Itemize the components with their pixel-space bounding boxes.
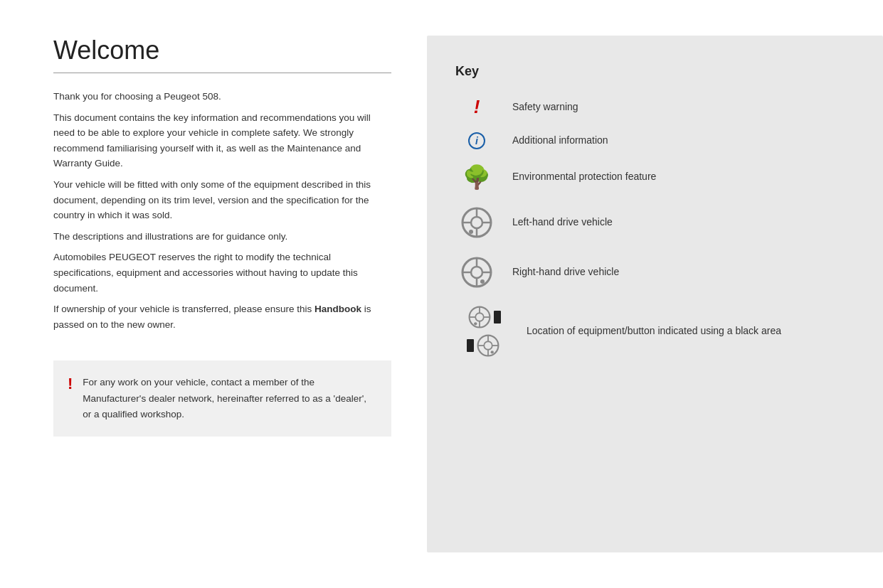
warning-exclamation-icon: !: [68, 376, 73, 392]
svg-point-8: [471, 267, 482, 278]
key-label-location: Location of equipment/button indicated u…: [527, 324, 781, 338]
welcome-text: Thank you for choosing a Peugeot 508. Th…: [53, 89, 391, 332]
key-icon-location: [455, 304, 512, 358]
tree-icon: 🌳: [462, 164, 491, 191]
welcome-para-1: Thank you for choosing a Peugeot 508.: [53, 89, 391, 105]
svg-point-22: [484, 341, 492, 350]
svg-point-1: [471, 217, 482, 228]
key-icon-rhd: [455, 255, 498, 290]
handbook-bold: Handbook: [314, 304, 361, 314]
info-icon: i: [468, 132, 485, 149]
svg-point-15: [475, 313, 484, 321]
welcome-para-5: Automobiles PEUGEOT reserves the right t…: [53, 250, 391, 296]
black-rect-bottom: [467, 339, 474, 352]
key-label-rhd: Right-hand drive vehicle: [512, 265, 619, 279]
black-rect-top: [494, 311, 501, 324]
key-label-safety: Safety warning: [512, 100, 578, 114]
warning-box: ! For any work on your vehicle, contact …: [53, 360, 391, 437]
key-label-info: Additional information: [512, 134, 608, 148]
warning-box-text: For any work on your vehicle, contact a …: [83, 375, 377, 422]
key-item-safety-warning: ! Safety warning: [455, 96, 855, 118]
steering-wheel-lhd-icon: [459, 205, 495, 240]
key-item-environmental: 🌳 Environmental protection feature: [455, 164, 855, 191]
svg-point-20: [474, 322, 477, 325]
key-panel: Key ! Safety warning i Additional inform…: [427, 36, 883, 552]
svg-point-13: [480, 279, 485, 284]
key-title: Key: [455, 64, 855, 79]
key-item-lhd: Left-hand drive vehicle: [455, 205, 855, 240]
steering-wheel-rhd-icon: [459, 255, 495, 290]
welcome-para-3: Your vehicle will be fitted with only so…: [53, 177, 391, 223]
key-label-lhd: Left-hand drive vehicle: [512, 215, 613, 230]
key-item-rhd: Right-hand drive vehicle: [455, 255, 855, 290]
welcome-para-2: This document contains the key informati…: [53, 110, 391, 171]
title-divider: [53, 73, 391, 73]
key-icon-lhd: [455, 205, 498, 240]
key-icon-info: i: [455, 132, 498, 149]
key-item-location: Location of equipment/button indicated u…: [455, 304, 855, 358]
steering-wheel-location-top-icon: [467, 304, 492, 330]
svg-point-6: [469, 230, 473, 234]
key-icon-safety: !: [455, 96, 498, 118]
safety-warning-icon: !: [474, 96, 480, 118]
page-title: Welcome: [53, 36, 391, 65]
key-item-additional-info: i Additional information: [455, 132, 855, 149]
svg-point-27: [491, 351, 494, 353]
key-label-environmental: Environmental protection feature: [512, 170, 656, 184]
left-panel: Welcome Thank you for choosing a Peugeot…: [0, 0, 427, 588]
key-icon-tree: 🌳: [455, 164, 498, 191]
welcome-para-6: If ownership of your vehicle is transfer…: [53, 301, 391, 332]
welcome-para-4: The descriptions and illustrations are f…: [53, 229, 391, 245]
steering-wheel-location-bottom-icon: [475, 333, 501, 358]
